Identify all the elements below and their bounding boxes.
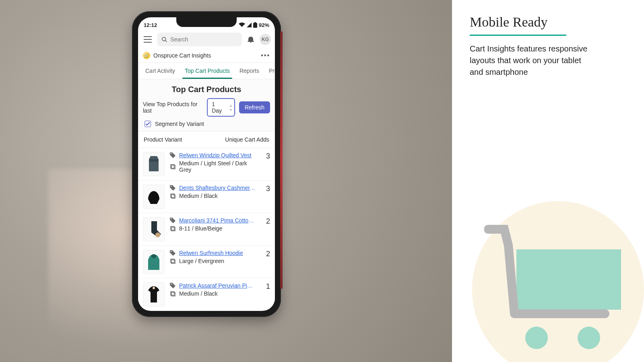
segment-row: Segment by Variant bbox=[138, 120, 275, 131]
period-select[interactable]: 1 Day ▵▿ bbox=[207, 98, 235, 117]
segment-label: Segment by Variant bbox=[155, 121, 204, 127]
tab-top-cart-products[interactable]: Top Cart Products bbox=[184, 63, 231, 79]
copy-icon bbox=[169, 258, 176, 264]
battery-percent: 92% bbox=[259, 22, 269, 28]
table-row: Patrick Assaraf Peruvian Pima Cotto...Me… bbox=[138, 278, 275, 311]
tag-icon bbox=[169, 185, 176, 191]
search-input[interactable] bbox=[170, 36, 238, 43]
marketing-title: Mobile Ready bbox=[470, 14, 626, 30]
row-main: Dents Shaftesbury Cashmere Lined ...Medi… bbox=[169, 185, 258, 209]
phone-notch bbox=[176, 17, 237, 27]
chevron-updown-icon: ▵▿ bbox=[230, 103, 232, 112]
battery-icon bbox=[253, 22, 257, 28]
unique-cart-adds: 2 bbox=[263, 250, 270, 274]
signal-icon bbox=[247, 23, 252, 27]
tab-bar: Cart Activity Top Cart Products Reports … bbox=[138, 63, 275, 79]
tag-icon bbox=[169, 217, 176, 224]
cart-icon bbox=[484, 221, 629, 362]
product-thumb bbox=[143, 185, 165, 209]
variant-label: Medium / Light Steel / Dark Grey bbox=[179, 160, 258, 173]
unique-cart-adds: 3 bbox=[263, 152, 270, 176]
avatar[interactable]: KG bbox=[260, 34, 271, 45]
product-thumb bbox=[143, 282, 165, 306]
accent-rule bbox=[470, 35, 566, 36]
table-header: Product Variant Unique Cart Adds bbox=[138, 131, 275, 148]
refresh-button[interactable]: Refresh bbox=[239, 101, 270, 113]
variant-label: Medium / Black bbox=[179, 290, 218, 297]
col-unique-cart-adds: Unique Cart Adds bbox=[225, 136, 269, 143]
svg-point-7 bbox=[171, 186, 172, 187]
check-icon bbox=[145, 121, 150, 126]
row-main: Relwen Surfmesh HoodieLarge / Evergreen bbox=[169, 250, 258, 274]
menu-button[interactable] bbox=[142, 34, 153, 45]
svg-point-10 bbox=[155, 232, 160, 237]
tag-icon bbox=[169, 152, 176, 158]
tag-icon bbox=[169, 282, 176, 289]
svg-point-11 bbox=[171, 218, 172, 220]
row-main: Relwen Windzip Quilted VestMedium / Ligh… bbox=[169, 152, 258, 176]
page-title: Top Cart Products bbox=[138, 83, 275, 98]
product-link[interactable]: Relwen Surfmesh Hoodie bbox=[179, 250, 243, 256]
col-product-variant: Product Variant bbox=[144, 136, 182, 143]
product-thumb bbox=[143, 250, 165, 274]
unique-cart-adds: 1 bbox=[263, 282, 270, 306]
tab-cart-activity[interactable]: Cart Activity bbox=[144, 63, 176, 79]
copy-icon bbox=[169, 193, 176, 199]
wifi-icon bbox=[239, 23, 245, 27]
product-link[interactable]: Relwen Windzip Quilted Vest bbox=[179, 152, 252, 158]
svg-point-14 bbox=[151, 254, 156, 258]
tag-icon bbox=[169, 250, 176, 256]
marketing-body: Cart Insights features responsive layout… bbox=[470, 43, 590, 78]
marketing-panel: Mobile Ready Cart Insights features resp… bbox=[452, 0, 644, 362]
app-header: KG bbox=[138, 30, 275, 49]
product-link[interactable]: Dents Shaftesbury Cashmere Lined ... bbox=[179, 185, 256, 191]
product-link[interactable]: Marcoliani 3741 Pima Cotton Lisle B... bbox=[179, 217, 256, 224]
svg-point-4 bbox=[171, 153, 172, 154]
svg-point-18 bbox=[153, 287, 155, 289]
table-row: Dents Shaftesbury Cashmere Lined ...Medi… bbox=[138, 180, 275, 213]
tab-preferences[interactable]: Pref bbox=[268, 63, 275, 79]
table-row: Relwen Surfmesh HoodieLarge / Evergreen2 bbox=[138, 245, 275, 278]
svg-rect-0 bbox=[254, 22, 256, 23]
table-row: Marcoliani 3741 Pima Cotton Lisle B...8-… bbox=[138, 213, 275, 245]
app-name: Onspruce Cart Insights bbox=[153, 52, 211, 59]
unique-cart-adds: 3 bbox=[263, 185, 270, 209]
app-logo-icon: 🛒 bbox=[143, 52, 150, 59]
svg-point-24 bbox=[578, 327, 600, 349]
page-body: Top Cart Products View Top Products for … bbox=[138, 79, 275, 311]
tab-reports[interactable]: Reports bbox=[239, 63, 260, 79]
product-thumb bbox=[143, 217, 165, 241]
phone-screen: 12:12 92% bbox=[138, 17, 275, 311]
phone-mockup: 12:12 92% bbox=[132, 11, 281, 317]
product-link[interactable]: Patrick Assaraf Peruvian Pima Cotto... bbox=[179, 282, 256, 289]
copy-icon bbox=[169, 163, 176, 170]
row-main: Marcoliani 3741 Pima Cotton Lisle B...8-… bbox=[169, 217, 258, 241]
svg-line-3 bbox=[165, 41, 167, 42]
svg-point-23 bbox=[525, 327, 548, 349]
more-button[interactable]: ••• bbox=[261, 52, 270, 59]
hamburger-icon bbox=[144, 36, 152, 43]
cart-illustration bbox=[456, 153, 644, 362]
app-title-row: 🛒 Onspruce Cart Insights ••• bbox=[138, 49, 275, 63]
unique-cart-adds: 2 bbox=[263, 217, 270, 241]
product-list: Relwen Windzip Quilted VestMedium / Ligh… bbox=[138, 148, 275, 311]
svg-rect-1 bbox=[253, 23, 257, 28]
copy-icon bbox=[169, 290, 176, 297]
svg-point-15 bbox=[171, 251, 172, 252]
row-main: Patrick Assaraf Peruvian Pima Cotto...Me… bbox=[169, 282, 258, 306]
bell-icon bbox=[247, 36, 254, 43]
product-thumb bbox=[143, 152, 165, 176]
segment-checkbox[interactable] bbox=[144, 121, 151, 127]
status-time: 12:12 bbox=[144, 22, 157, 28]
copy-icon bbox=[169, 225, 176, 232]
svg-point-2 bbox=[162, 37, 166, 41]
table-row: Relwen Windzip Quilted VestMedium / Ligh… bbox=[138, 148, 275, 180]
notifications-button[interactable] bbox=[246, 35, 256, 44]
promo-photo-background: 12:12 92% bbox=[0, 0, 452, 362]
variant-label: 8-11 / Blue/Beige bbox=[179, 225, 222, 232]
controls-label: View Top Products for last bbox=[143, 101, 203, 114]
variant-label: Large / Evergreen bbox=[179, 258, 224, 264]
search-icon bbox=[161, 36, 167, 43]
period-selected-value: 1 Day bbox=[212, 101, 222, 114]
search-field[interactable] bbox=[157, 33, 242, 46]
